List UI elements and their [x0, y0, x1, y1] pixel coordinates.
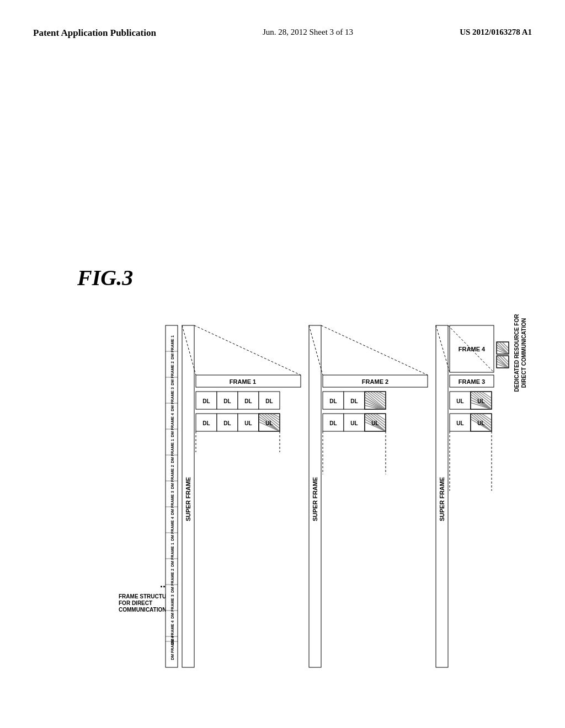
svg-text:DL: DL — [329, 398, 337, 404]
svg-text:DL: DL — [202, 420, 210, 426]
svg-text:UL: UL — [477, 420, 484, 426]
svg-text:DM FRAME 1: DM FRAME 1 — [170, 543, 174, 567]
connector-sf1-bot — [194, 325, 301, 375]
svg-text:DM FRAME 4: DM FRAME 4 — [170, 413, 174, 437]
svg-text:UL: UL — [456, 398, 463, 404]
svg-text:DM FRAME 4: DM FRAME 4 — [170, 517, 174, 541]
diagram-svg: FRAME STRUCTURE FOR DIRECT COMMUNICATION… — [0, 0, 565, 728]
svg-text:DM FRAME 1: DM FRAME 1 — [170, 335, 174, 360]
svg-text:SUPER FRAME: SUPER FRAME — [439, 477, 445, 521]
connector-sf2-bot — [321, 325, 428, 375]
svg-text:DM FRAME 2: DM FRAME 2 — [170, 465, 174, 489]
dedicated-resource-label: DEDICATED RESOURCE FOR — [514, 314, 520, 392]
svg-text:DL: DL — [244, 398, 252, 404]
svg-text:DL: DL — [223, 398, 231, 404]
svg-text:DL: DL — [350, 398, 358, 404]
svg-text:UL: UL — [265, 420, 273, 426]
svg-text:DM FRAME 3: DM FRAME 3 — [170, 387, 174, 411]
svg-text:DL: DL — [265, 398, 273, 404]
svg-text:DM FRAME 4: DM FRAME 4 — [170, 636, 174, 660]
svg-text:UL: UL — [477, 398, 484, 404]
svg-text:DM FRAME 2: DM FRAME 2 — [170, 569, 174, 593]
svg-text:DL: DL — [329, 420, 337, 426]
svg-text:UL: UL — [244, 420, 252, 426]
svg-text:UL: UL — [456, 420, 463, 426]
svg-text:DM FRAME 3: DM FRAME 3 — [170, 491, 174, 515]
svg-text:FRAME 4: FRAME 4 — [459, 346, 486, 352]
svg-text:DM FRAME 3: DM FRAME 3 — [170, 595, 174, 619]
svg-text:UL: UL — [350, 420, 358, 426]
svg-text:FRAME 2: FRAME 2 — [362, 378, 388, 385]
svg-text:UL: UL — [371, 420, 379, 426]
svg-text:COMMUNICATION: COMMUNICATION — [119, 607, 166, 613]
svg-text:FOR DIRECT: FOR DIRECT — [119, 600, 152, 606]
svg-text:SUPER FRAME: SUPER FRAME — [185, 477, 191, 521]
svg-text:DL: DL — [223, 420, 231, 426]
svg-text:FRAME 1: FRAME 1 — [230, 378, 256, 385]
svg-text:DL: DL — [202, 398, 210, 404]
svg-text:DM FRAME 1: DM FRAME 1 — [170, 439, 174, 463]
svg-text:SUPER FRAME: SUPER FRAME — [312, 477, 318, 521]
svg-text:DM FRAME 2: DM FRAME 2 — [170, 361, 174, 386]
svg-text:FRAME 3: FRAME 3 — [459, 378, 485, 385]
svg-text:DIRECT COMMUNICATION: DIRECT COMMUNICATION — [521, 318, 527, 388]
